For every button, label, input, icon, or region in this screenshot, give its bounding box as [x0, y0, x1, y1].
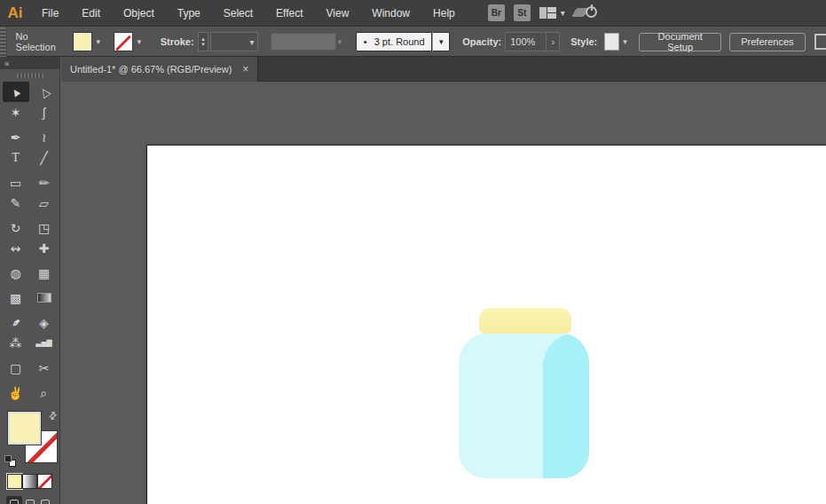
panel-icon[interactable]: [814, 34, 826, 50]
preferences-button[interactable]: Preferences: [729, 33, 805, 51]
type-tool[interactable]: T: [3, 147, 29, 168]
control-bar: No Selection ▾ ▾ Stroke: ▴ ▾ ▾ ▾ • 3 pt.…: [0, 28, 826, 57]
eraser-tool-icon: ▱: [39, 197, 49, 209]
artboard[interactable]: [146, 145, 826, 504]
none-button[interactable]: [37, 474, 52, 489]
eraser-tool[interactable]: ▱: [31, 193, 58, 213]
menu-file[interactable]: File: [30, 0, 70, 27]
fill-indicator[interactable]: [8, 412, 41, 445]
tool-row: ↭ ✚: [0, 238, 59, 258]
menu-help[interactable]: Help: [421, 0, 467, 27]
perspective-grid-tool-icon: ▦: [38, 267, 50, 280]
pen-tool-icon: ✒: [11, 131, 21, 144]
eyedropper-tool[interactable]: ✒: [3, 312, 29, 333]
document-window: Untitled-1* @ 66.67% (RGB/Preview) ×: [61, 57, 826, 504]
lasso-tool[interactable]: ʃ: [31, 102, 58, 122]
shaper-tool-icon: ✎: [11, 197, 21, 209]
tools-panel-grip[interactable]: [17, 74, 43, 78]
gradient-button[interactable]: [22, 474, 37, 489]
vwp-chevron-icon: ▾: [338, 37, 342, 46]
menu-bar-right: Br St ▾: [488, 4, 597, 21]
brush-bullet-icon: •: [364, 36, 367, 47]
brush-chevron-icon[interactable]: ▾: [432, 32, 450, 51]
pen-tool[interactable]: ✒: [3, 127, 29, 147]
width-tool[interactable]: ↭: [3, 238, 29, 258]
style-chevron-icon[interactable]: ▾: [619, 33, 631, 51]
stroke-color-combo[interactable]: ▾: [114, 33, 146, 51]
menu-select[interactable]: Select: [212, 0, 264, 27]
menu-edit[interactable]: Edit: [70, 0, 112, 27]
menu-object[interactable]: Object: [112, 0, 166, 27]
shaper-tool[interactable]: ✎: [3, 193, 29, 213]
gpu-performance-icon[interactable]: [574, 5, 597, 21]
curvature-tool[interactable]: ≀: [31, 127, 58, 147]
stroke-width-stepper[interactable]: ▴ ▾: [198, 32, 209, 51]
fill-stroke-area: ⇄: [0, 410, 60, 469]
magic-wand-tool[interactable]: ✶: [3, 102, 29, 122]
tool-row: ✒ ◈: [0, 312, 59, 333]
fill-color-swatch[interactable]: [74, 33, 91, 51]
menu-effect[interactable]: Effect: [264, 0, 314, 27]
blend-tool[interactable]: ◈: [31, 312, 58, 333]
lasso-tool-icon: ʃ: [43, 106, 45, 119]
fill-color-combo[interactable]: ▾: [74, 33, 106, 51]
swap-fill-stroke-icon[interactable]: ⇄: [46, 409, 60, 423]
tool-row: ▢ ✂: [0, 358, 59, 378]
color-button[interactable]: [7, 474, 22, 489]
mesh-tool[interactable]: ▩: [3, 287, 29, 308]
selection-tool[interactable]: ▲: [3, 82, 29, 102]
opacity-input[interactable]: 100%: [505, 32, 547, 51]
menu-window[interactable]: Window: [360, 0, 421, 27]
type-tool-icon: T: [12, 152, 20, 164]
brush-field[interactable]: • 3 pt. Round: [356, 32, 432, 51]
hand-tool[interactable]: ✌: [3, 382, 29, 403]
control-bar-grip[interactable]: [0, 28, 7, 57]
jar-lid-shape[interactable]: [479, 308, 571, 334]
canvas-area[interactable]: [61, 82, 826, 504]
line-segment-tool[interactable]: ╱: [31, 147, 58, 168]
draw-behind-button[interactable]: [22, 496, 38, 504]
document-tab[interactable]: Untitled-1* @ 66.67% (RGB/Preview) ×: [61, 57, 258, 82]
close-tab-icon[interactable]: ×: [242, 63, 248, 75]
puppet-warp-tool[interactable]: ✚: [31, 238, 58, 258]
workspace-switcher[interactable]: ▾: [539, 7, 565, 20]
scale-tool[interactable]: ◳: [31, 217, 58, 238]
jar-shade-shape[interactable]: [543, 333, 589, 478]
rectangle-tool[interactable]: ▭: [3, 172, 29, 193]
style-label: Style:: [570, 36, 597, 47]
direct-selection-tool[interactable]: △: [31, 82, 58, 102]
mesh-tool-icon: ▩: [10, 292, 21, 304]
collapse-panel-icon[interactable]: «: [4, 59, 9, 68]
stroke-color-swatch[interactable]: [114, 33, 132, 51]
stepper-down-icon[interactable]: ▾: [201, 42, 205, 47]
stroke-width-dropdown[interactable]: ▾: [210, 32, 257, 51]
column-graph-tool[interactable]: ▃▅▇: [31, 333, 58, 353]
menu-type[interactable]: Type: [166, 0, 212, 27]
bridge-button[interactable]: Br: [488, 4, 505, 21]
stock-button[interactable]: St: [514, 4, 531, 21]
document-setup-button[interactable]: Document Setup: [639, 33, 721, 51]
symbol-sprayer-tool[interactable]: ⁂: [3, 333, 29, 353]
opacity-arrow-icon[interactable]: ›: [547, 32, 560, 51]
draw-inside-button[interactable]: [37, 496, 53, 504]
fill-chevron-icon[interactable]: ▾: [91, 33, 106, 51]
rotate-tool[interactable]: ↻: [3, 217, 29, 238]
menu-view[interactable]: View: [315, 0, 361, 27]
column-graph-tool-icon: ▃▅▇: [35, 340, 51, 347]
shape-builder-tool[interactable]: ◍: [3, 263, 29, 283]
zoom-tool-icon: ⌕: [41, 387, 48, 399]
jar-body-shape[interactable]: [459, 333, 589, 478]
brush-definition-combo[interactable]: • 3 pt. Round ▾: [356, 32, 450, 51]
slice-tool[interactable]: ✂: [31, 358, 58, 378]
default-fill-stroke-icon[interactable]: [4, 455, 16, 467]
variable-width-profile-dropdown[interactable]: [271, 33, 336, 51]
paintbrush-tool[interactable]: ✏: [31, 172, 58, 193]
perspective-grid-tool[interactable]: ▦: [31, 263, 58, 283]
menu-bar: Ai File Edit Object Type Select Effect V…: [0, 0, 826, 27]
style-swatch[interactable]: [604, 33, 619, 51]
stroke-chevron-icon[interactable]: ▾: [132, 33, 146, 51]
zoom-tool[interactable]: ⌕: [31, 382, 58, 403]
draw-normal-button[interactable]: [6, 496, 22, 504]
artboard-tool[interactable]: ▢: [3, 358, 29, 378]
gradient-tool[interactable]: [31, 287, 58, 308]
